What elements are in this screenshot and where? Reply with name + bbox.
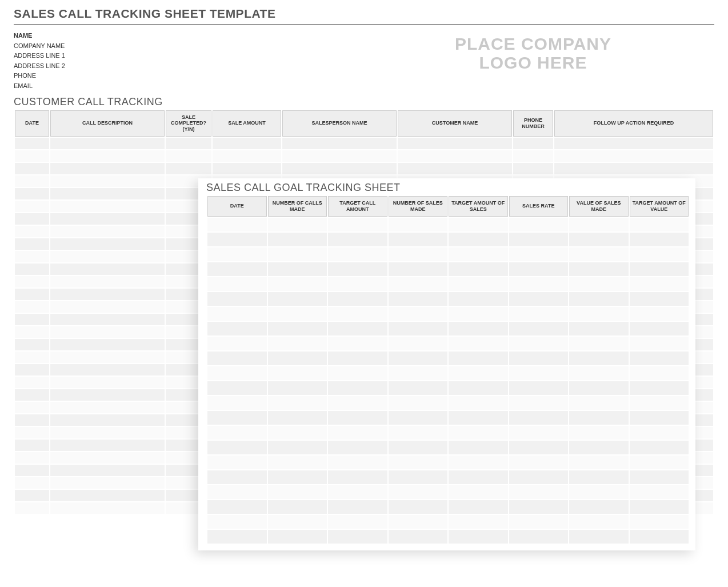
table-cell[interactable] (50, 502, 165, 514)
table-cell[interactable] (50, 339, 165, 350)
table-cell[interactable] (328, 337, 387, 350)
table-cell[interactable] (268, 470, 327, 484)
table-cell[interactable] (389, 292, 448, 306)
table-cell[interactable] (268, 247, 327, 261)
table-cell[interactable] (15, 188, 49, 199)
table-cell[interactable] (15, 477, 49, 489)
table-cell[interactable] (630, 277, 689, 291)
table-cell[interactable] (268, 366, 327, 380)
table-cell[interactable] (509, 515, 569, 529)
table-cell[interactable] (449, 500, 508, 514)
table-cell[interactable] (449, 396, 508, 410)
table-cell[interactable] (389, 411, 448, 425)
table-cell[interactable] (50, 326, 165, 338)
table-cell[interactable] (207, 247, 267, 261)
table-cell[interactable] (449, 381, 508, 395)
table-cell[interactable] (328, 441, 387, 454)
table-cell[interactable] (569, 426, 629, 440)
table-cell[interactable] (569, 233, 629, 246)
table-cell[interactable] (328, 352, 387, 365)
table-cell[interactable] (569, 352, 629, 365)
table-cell[interactable] (630, 233, 689, 246)
table-cell[interactable] (630, 530, 689, 544)
table-cell[interactable] (15, 251, 49, 262)
table-cell[interactable] (554, 163, 713, 174)
table-cell[interactable] (50, 276, 165, 287)
table-cell[interactable] (389, 337, 448, 350)
table-cell[interactable] (15, 364, 49, 376)
table-cell[interactable] (509, 322, 569, 336)
table-cell[interactable] (509, 277, 569, 291)
table-cell[interactable] (207, 277, 267, 291)
table-cell[interactable] (268, 292, 327, 306)
table-cell[interactable] (207, 307, 267, 321)
table-cell[interactable] (630, 352, 689, 365)
table-cell[interactable] (15, 352, 49, 363)
table-cell[interactable] (630, 456, 689, 469)
table-cell[interactable] (449, 218, 508, 231)
table-cell[interactable] (449, 292, 508, 306)
table-cell[interactable] (268, 411, 327, 425)
table-cell[interactable] (207, 218, 267, 231)
table-cell[interactable] (50, 377, 165, 388)
table-cell[interactable] (207, 515, 267, 529)
table-cell[interactable] (207, 233, 267, 246)
table-cell[interactable] (207, 262, 267, 276)
table-cell[interactable] (328, 233, 387, 246)
table-cell[interactable] (569, 337, 629, 350)
table-cell[interactable] (389, 218, 448, 231)
table-cell[interactable] (207, 366, 267, 380)
table-cell[interactable] (50, 490, 165, 501)
table-cell[interactable] (207, 411, 267, 425)
table-cell[interactable] (268, 396, 327, 410)
table-cell[interactable] (166, 163, 211, 174)
table-cell[interactable] (449, 262, 508, 276)
table-cell[interactable] (15, 402, 49, 413)
table-cell[interactable] (50, 201, 165, 212)
table-cell[interactable] (389, 247, 448, 261)
table-cell[interactable] (50, 477, 165, 489)
table-cell[interactable] (630, 500, 689, 514)
table-cell[interactable] (15, 163, 49, 174)
table-cell[interactable] (328, 277, 387, 291)
table-cell[interactable] (389, 530, 448, 544)
table-cell[interactable] (50, 226, 165, 237)
table-cell[interactable] (282, 138, 397, 149)
table-cell[interactable] (569, 277, 629, 291)
table-cell[interactable] (509, 262, 569, 276)
table-cell[interactable] (50, 213, 165, 225)
table-cell[interactable] (569, 485, 629, 499)
table-cell[interactable] (268, 337, 327, 350)
table-cell[interactable] (50, 301, 165, 313)
table-cell[interactable] (207, 426, 267, 440)
table-cell[interactable] (268, 456, 327, 469)
table-cell[interactable] (15, 150, 49, 162)
table-cell[interactable] (630, 396, 689, 410)
table-cell[interactable] (449, 366, 508, 380)
table-cell[interactable] (509, 396, 569, 410)
table-cell[interactable] (15, 138, 49, 149)
table-cell[interactable] (630, 366, 689, 380)
table-cell[interactable] (207, 530, 267, 544)
table-cell[interactable] (389, 456, 448, 469)
table-cell[interactable] (328, 396, 387, 410)
table-cell[interactable] (50, 414, 165, 426)
table-cell[interactable] (50, 389, 165, 401)
table-cell[interactable] (15, 238, 49, 250)
table-cell[interactable] (449, 530, 508, 544)
table-cell[interactable] (50, 138, 165, 149)
table-cell[interactable] (50, 364, 165, 376)
table-cell[interactable] (15, 201, 49, 212)
table-cell[interactable] (509, 292, 569, 306)
table-cell[interactable] (509, 426, 569, 440)
table-cell[interactable] (207, 322, 267, 336)
table-cell[interactable] (569, 500, 629, 514)
table-cell[interactable] (513, 138, 553, 149)
table-cell[interactable] (569, 247, 629, 261)
table-cell[interactable] (630, 470, 689, 484)
table-cell[interactable] (630, 337, 689, 350)
table-cell[interactable] (509, 381, 569, 395)
table-cell[interactable] (449, 352, 508, 365)
table-cell[interactable] (389, 500, 448, 514)
table-cell[interactable] (50, 352, 165, 363)
